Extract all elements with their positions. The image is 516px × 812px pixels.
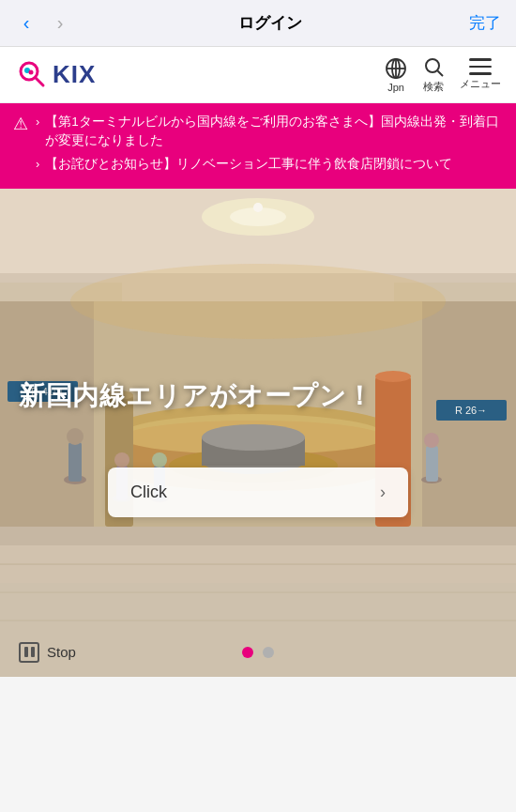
warning-icon: ⚠ [13,114,28,134]
alert-item-2[interactable]: › 【お詫びとお知らせ】リノベーション工事に伴う飲食店閉鎖について [36,155,503,174]
search-icon [422,55,445,78]
svg-point-4 [29,69,34,74]
language-label: Jpn [387,82,404,93]
language-selector[interactable]: Jpn [385,57,407,93]
alert-items: › 【第1ターミナルビルから国内線をご利用のお客さまへ】国内線出発・到着口が変更… [36,113,503,174]
search-label: 検索 [423,80,444,94]
alert-item-1[interactable]: › 【第1ターミナルビルから国内線をご利用のお客さまへ】国内線出発・到着口が変更… [36,113,503,149]
hero-section: ← R-41① R 26→ 新国内線エリアがオープン！ Click › Stop [0,189,516,677]
click-button[interactable]: Click › [108,467,408,517]
svg-line-10 [438,71,444,77]
carousel-dots [242,647,274,658]
globe-icon [385,57,407,80]
click-button-label: Click [130,483,167,502]
svg-point-9 [426,59,439,72]
svg-rect-58 [0,583,516,677]
carousel-controls: Stop [0,647,516,658]
forward-button[interactable]: › [49,12,71,34]
stop-label: Stop [47,644,76,660]
pause-bar-left [24,647,28,657]
alert-header: ⚠ › 【第1ターミナルビルから国内線をご利用のお客さまへ】国内線出発・到着口が… [13,113,503,174]
kix-logo-icon [15,58,49,92]
alert-banner: ⚠ › 【第1ターミナルビルから国内線をご利用のお客さまへ】国内線出発・到着口が… [0,103,516,189]
site-header: KIX Jpn 検索 メニ [0,47,516,103]
carousel-dot-2[interactable] [263,647,274,658]
logo-area: KIX [15,58,385,92]
hero-image: ← R-41① R 26→ [0,189,516,677]
browser-nav-bar: ‹ › ログイン 完了 [0,0,516,47]
menu-lines-icon [469,58,492,75]
alert-text-2: 【お詫びとお知らせ】リノベーション工事に伴う飲食店閉鎖について [45,155,452,174]
alert-text-1: 【第1ターミナルビルから国内線をご利用のお客さまへ】国内線出発・到着口が変更にな… [45,113,503,149]
page-title: ログイン [83,12,458,34]
menu-button[interactable]: メニュー [460,58,501,91]
menu-label: メニュー [460,77,501,91]
header-icons: Jpn 検索 メニュー [385,55,501,94]
pause-bar-right [31,647,35,657]
stop-button[interactable]: Stop [19,642,76,663]
logo-text: KIX [53,60,96,89]
hero-main-text: 新国内線エリアがオープン！ [19,378,373,414]
click-button-arrow-icon: › [380,483,386,502]
done-button[interactable]: 完了 [469,12,501,34]
carousel-dot-1[interactable] [242,647,253,658]
pause-icon [19,642,39,663]
chevron-right-icon-1: › [36,114,39,131]
search-button[interactable]: 検索 [422,55,445,94]
back-button[interactable]: ‹ [15,12,38,34]
chevron-right-icon-2: › [36,156,39,174]
